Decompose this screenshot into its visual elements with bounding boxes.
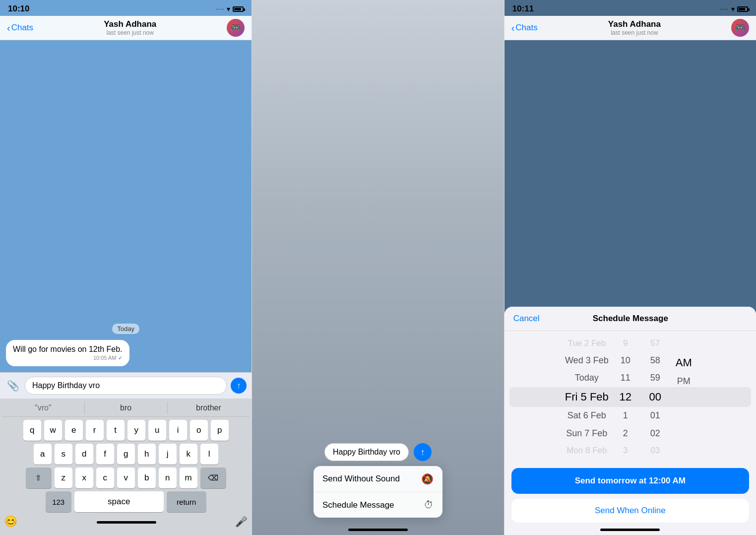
picker-date-0: Tue 2 Feb (566, 335, 608, 352)
panel-1: 10:10 ···· ▾ ‹ Chats Yash Adhana last se… (0, 0, 252, 535)
key-f[interactable]: f (96, 444, 114, 465)
key-o[interactable]: o (190, 420, 208, 441)
context-label-schedule: Schedule Message (322, 500, 394, 510)
key-x[interactable]: x (75, 468, 93, 488)
back-button-1[interactable]: ‹ Chats (7, 23, 33, 33)
picker-date-6: Mon 8 Feb (565, 442, 609, 459)
time-3: 10:11 (512, 4, 534, 14)
context-label-sound: Send Without Sound (322, 474, 400, 484)
status-icons-1: ···· ▾ (216, 5, 244, 13)
key-row-3: ⇧ z x c v b n m ⌫ (2, 468, 250, 488)
check-icon-1: ✓ (118, 355, 123, 361)
picker-ampm-6 (682, 397, 686, 402)
key-e[interactable]: e (65, 420, 83, 441)
keyboard-1: "vro" bro brother q w e r t y u i o p a … (0, 399, 252, 535)
key-numbers[interactable]: 123 (46, 491, 71, 512)
cancel-button[interactable]: Cancel (513, 314, 540, 324)
key-h[interactable]: h (138, 444, 156, 465)
send-button-2[interactable]: ↑ (414, 443, 432, 461)
key-s[interactable]: s (55, 444, 72, 465)
back-button-3[interactable]: ‹ Chats (511, 23, 538, 33)
context-item-sound[interactable]: Send Without Sound 🔕 (314, 466, 442, 492)
schedule-send-button[interactable]: Send tomorrow at 12:00 AM (511, 468, 749, 494)
key-b[interactable]: b (138, 468, 156, 488)
key-t[interactable]: t (107, 420, 125, 441)
suggestion-2[interactable]: brother (168, 401, 250, 414)
suggestion-1[interactable]: bro (85, 401, 168, 414)
chat-area-2: Happy Birthday vro ↑ Send Without Sound … (252, 0, 504, 524)
picker-hour-column: 9 10 11 12 1 2 3 (611, 335, 640, 459)
key-u[interactable]: u (148, 420, 166, 441)
mic-key[interactable]: 🎤 (235, 516, 248, 528)
key-p[interactable]: p (211, 420, 229, 441)
chat-area-1: Today Will go for movies on 12th Feb. 10… (0, 40, 252, 372)
battery-icon-3 (737, 6, 748, 12)
picker-date-5: Sun 7 Feb (564, 425, 609, 442)
status-bar-1: 10:10 ···· ▾ (0, 0, 252, 16)
emoji-key[interactable]: 😊 (4, 515, 17, 528)
picker-hour-0: 9 (621, 335, 630, 352)
picker-hour-1: 10 (619, 352, 632, 369)
key-r[interactable]: r (86, 420, 104, 441)
avatar-1[interactable]: 🎮 (227, 19, 245, 37)
status-icons-3: ···· ▾ (720, 5, 748, 13)
picker-min-3: 00 (647, 387, 663, 407)
schedule-sheet: Cancel Schedule Message Tue 2 Feb Wed 3 … (504, 307, 756, 535)
picker-hour-4: 1 (621, 407, 630, 424)
key-z[interactable]: z (55, 468, 72, 488)
home-indicator-2 (348, 529, 408, 531)
chat-area-3 (504, 40, 756, 307)
nav-title-3: Yash Adhana (608, 19, 661, 29)
key-j[interactable]: j (159, 444, 177, 465)
send-online-button[interactable]: Send When Online (511, 499, 749, 523)
picker-min-0: 57 (648, 335, 662, 352)
key-k[interactable]: k (180, 444, 197, 465)
key-v[interactable]: v (117, 468, 135, 488)
picker-hour-2: 11 (619, 369, 632, 387)
nav-bar-1: ‹ Chats Yash Adhana last seen just now 🎮 (0, 16, 252, 40)
wifi-icon-3: ▾ (731, 5, 735, 13)
picker-ampm-2 (682, 347, 686, 353)
key-space[interactable]: space (74, 491, 164, 512)
picker-container[interactable]: Tue 2 Feb Wed 3 Feb Today Fri 5 Feb Sat … (504, 331, 756, 463)
key-i[interactable]: i (169, 420, 187, 441)
key-y[interactable]: y (127, 420, 145, 441)
picker-hour-5: 2 (621, 425, 630, 442)
key-row-2: a s d f g h j k l (2, 444, 250, 465)
mute-icon: 🔕 (421, 473, 434, 485)
back-label-1: Chats (11, 23, 33, 33)
picker-min-5: 02 (648, 425, 662, 442)
avatar-3[interactable]: 🎮 (731, 19, 749, 37)
nav-center-1: Yash Adhana last seen just now (104, 19, 156, 36)
key-q[interactable]: q (23, 420, 41, 441)
bubble-send-container: Happy Birthday vro ↑ (324, 443, 432, 461)
nav-subtitle-1: last seen just now (104, 29, 156, 36)
key-w[interactable]: w (44, 420, 62, 441)
picker-ampm-4: PM (675, 373, 693, 390)
key-shift[interactable]: ⇧ (26, 468, 52, 488)
key-g[interactable]: g (117, 444, 135, 465)
key-row-1: q w e r t y u i o p (2, 420, 250, 441)
context-item-schedule[interactable]: Schedule Message ⏱ (314, 492, 442, 518)
key-d[interactable]: d (75, 444, 93, 465)
picker-minute-column: 57 58 59 00 01 02 03 (640, 335, 670, 459)
key-m[interactable]: m (180, 468, 197, 488)
message-input-1[interactable]: Happy Birthday vro (25, 377, 227, 395)
picker-date-4: Sat 6 Feb (566, 407, 608, 424)
key-l[interactable]: l (200, 444, 218, 465)
picker-ampm-0 (682, 335, 686, 341)
picker-min-1: 58 (648, 352, 662, 369)
key-n[interactable]: n (159, 468, 177, 488)
attach-button-1[interactable]: 📎 (5, 378, 21, 394)
key-a[interactable]: a (34, 444, 52, 465)
key-c[interactable]: c (96, 468, 114, 488)
send-button-1[interactable]: ↑ (231, 378, 247, 394)
suggestion-0[interactable]: "vro" (2, 401, 85, 414)
picker-ampm-5 (682, 391, 686, 397)
sheet-header: Cancel Schedule Message (504, 307, 756, 331)
key-return[interactable]: return (167, 491, 206, 512)
key-backspace[interactable]: ⌫ (200, 468, 226, 488)
message-input-2[interactable]: Happy Birthday vro (324, 443, 409, 461)
panel-3: 10:11 ···· ▾ ‹ Chats Yash Adhana last se… (504, 0, 756, 535)
picker-ampm-1 (682, 341, 686, 347)
